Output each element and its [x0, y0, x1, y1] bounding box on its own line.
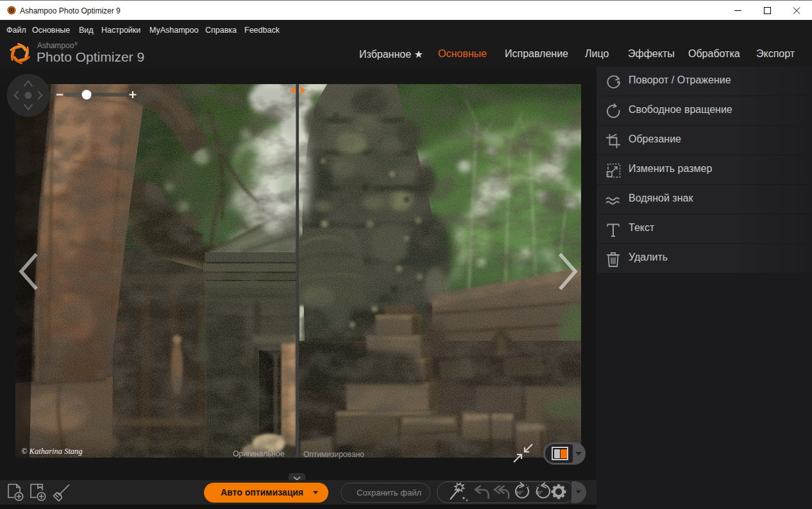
svg-text:90°: 90°: [516, 490, 523, 496]
svg-text:90°: 90°: [536, 490, 543, 496]
svg-text:Оригинальное: Оригинальное: [233, 449, 285, 458]
svg-text:© Katharina Stang: © Katharina Stang: [21, 447, 83, 456]
svg-text:Оптимизировано: Оптимизировано: [303, 450, 364, 459]
